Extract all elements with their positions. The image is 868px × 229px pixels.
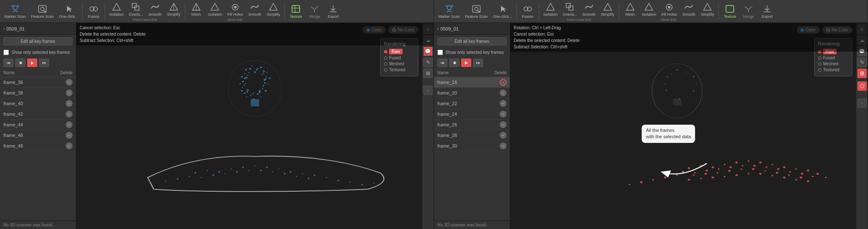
- svg-point-45: [262, 88, 263, 89]
- overlay-icon-left: [130, 2, 142, 12]
- frame-item-24[interactable]: frame_24 −: [434, 109, 510, 120]
- annotation-line1: All the frames: [646, 127, 691, 134]
- toolbar-oneclick-left[interactable]: One-click...: [56, 3, 81, 20]
- vp-tool-3-left[interactable]: 💬: [423, 47, 433, 56]
- toolbar-isolation-left[interactable]: Isolation: [107, 1, 126, 17]
- transport-prev-right[interactable]: ⏮: [437, 59, 448, 67]
- frame-item-46[interactable]: frame_46 −: [0, 130, 76, 141]
- toolbar-isolation2-left[interactable]: Isolation: [206, 1, 225, 17]
- frame-delete-22[interactable]: −: [500, 100, 506, 107]
- toolbar-isolation2-right[interactable]: Isolation: [640, 1, 659, 17]
- vp-tool-5-left[interactable]: ⊞: [423, 69, 433, 78]
- show-selected-checkbox-left[interactable]: [3, 50, 9, 55]
- toolbar-fillholes-left[interactable]: Fill Holes: [225, 1, 245, 17]
- toolbar-smooth-pc-left[interactable]: Smooth: [146, 1, 164, 17]
- frame-item-36[interactable]: frame_36 −: [0, 77, 76, 88]
- toolbar-marker-scan-right[interactable]: Marker Scan: [436, 3, 462, 20]
- toolbar-simplify-mesh-left[interactable]: Simplify: [264, 1, 283, 17]
- frame-delete-36[interactable]: −: [66, 79, 72, 86]
- frame-item-38[interactable]: frame_38 −: [0, 88, 76, 98]
- frame-delete-30[interactable]: −: [500, 142, 506, 149]
- selection-outline-left: [148, 156, 384, 191]
- frame-item-28[interactable]: frame_28 −: [434, 130, 510, 141]
- vp-collapse-right[interactable]: ‹: [857, 98, 867, 108]
- toolbar-fusion-right[interactable]: Fusion: [518, 3, 537, 20]
- svg-point-158: [652, 179, 654, 180]
- frame-item-26[interactable]: frame_26 −: [434, 120, 510, 130]
- vp-tool-6-right[interactable]: ⬡: [857, 81, 867, 91]
- toolbar-export-left[interactable]: Export: [324, 3, 342, 20]
- frame-item-44[interactable]: frame_44 −: [0, 120, 76, 130]
- frame-delete-20[interactable]: −: [500, 89, 506, 96]
- toolbar-fusion-left[interactable]: Fusion: [84, 3, 103, 20]
- vp-tool-5-right[interactable]: ⊞: [857, 69, 867, 78]
- show-selected-row-right: Show only selected key frames: [434, 48, 510, 57]
- frame-delete-18[interactable]: −: [500, 79, 506, 86]
- transport-stop-right[interactable]: ⏹: [449, 59, 459, 67]
- svg-point-101: [447, 6, 451, 10]
- svg-point-81: [302, 173, 303, 174]
- svg-point-165: [704, 173, 707, 174]
- edit-keyframes-btn-left[interactable]: Edit all key frames: [3, 37, 72, 45]
- transport-next-right[interactable]: ⏭: [473, 59, 483, 67]
- toolbar-feature-scan-right[interactable]: Feature Scan: [462, 3, 490, 20]
- transport-play-left[interactable]: ▶: [27, 59, 37, 67]
- toolbar-merge-right[interactable]: Merge: [739, 3, 758, 20]
- vp-collapse-left[interactable]: ‹: [423, 86, 433, 95]
- transport-stop-left[interactable]: ⏹: [15, 59, 25, 67]
- toolbar-oneclick-right[interactable]: One-click...: [490, 3, 515, 20]
- overlay-label-left: Overla...: [129, 12, 143, 17]
- hint-line-2-right: Delete the selected content: Delete: [514, 37, 864, 44]
- toolbar-overlay-right[interactable]: Overla...: [560, 1, 580, 17]
- toolbar-texture-left[interactable]: Texture: [287, 3, 305, 20]
- frame-item-42[interactable]: frame_42 −: [0, 109, 76, 120]
- toolbar-smooth-mesh-left[interactable]: Smooth: [245, 1, 264, 17]
- toolbar-mesh-left[interactable]: Mesh: [187, 1, 206, 17]
- vp-tool-4-right[interactable]: ✎: [857, 58, 867, 67]
- toolbar-simplify-pc-right[interactable]: Simplify: [598, 1, 617, 17]
- transport-play-right[interactable]: ▶: [461, 59, 471, 67]
- frame-delete-38[interactable]: −: [66, 89, 72, 96]
- viewport-left[interactable]: Cancel selection: Esc Delete the selecte…: [76, 23, 434, 229]
- frame-delete-48[interactable]: −: [66, 142, 72, 149]
- svg-point-161: [816, 173, 819, 174]
- toolbar-simplify-mesh-right[interactable]: Simplify: [698, 1, 717, 17]
- toolbar-feature-scan-left[interactable]: Feature Scan: [28, 3, 56, 20]
- svg-point-48: [244, 92, 246, 94]
- toolbar-mesh-right[interactable]: Mesh: [621, 1, 640, 17]
- frame-delete-42[interactable]: −: [66, 111, 72, 117]
- edit-keyframes-btn-right[interactable]: Edit all key frames: [437, 37, 506, 45]
- toolbar-merge-left[interactable]: Merge: [305, 3, 324, 20]
- transport-prev-left[interactable]: ⏮: [3, 59, 14, 67]
- svg-point-31: [267, 83, 269, 84]
- toolbar-smooth-mesh-right[interactable]: Smooth: [679, 1, 698, 17]
- svg-point-60: [244, 78, 246, 79]
- frame-delete-28[interactable]: −: [500, 132, 506, 139]
- frame-item-40[interactable]: frame_40 −: [0, 98, 76, 109]
- frame-delete-44[interactable]: −: [66, 121, 72, 128]
- toolbar-export-right[interactable]: Export: [758, 3, 776, 20]
- frame-delete-24[interactable]: −: [500, 111, 506, 117]
- toolbar-isolation-right[interactable]: Isolation: [541, 1, 560, 17]
- toolbar-texture-right[interactable]: Texture: [721, 3, 739, 20]
- frame-item-22[interactable]: frame_22 −: [434, 98, 510, 109]
- viewport-right[interactable]: Rotation: Ctrl + Left-Drag Cancel select…: [510, 23, 868, 229]
- toolbar-smooth-pc-right[interactable]: Smooth: [580, 1, 598, 17]
- frame-delete-26[interactable]: −: [500, 121, 506, 128]
- frame-item-48[interactable]: frame_48 −: [0, 141, 76, 151]
- toolbar-fillholes-right[interactable]: Fill Holes: [659, 1, 679, 17]
- frame-item-30[interactable]: frame_30 −: [434, 141, 510, 151]
- breadcrumb-arrow-left: ‹: [3, 26, 5, 31]
- vp-tool-4-left[interactable]: ✎: [423, 58, 433, 67]
- frame-delete-46[interactable]: −: [66, 132, 72, 139]
- transport-next-left[interactable]: ⏭: [39, 59, 49, 67]
- svg-point-137: [712, 166, 714, 168]
- toolbar-overlay-left[interactable]: Overla...: [126, 1, 146, 17]
- toolbar-marker-scan-left[interactable]: Marker Scan: [2, 3, 28, 20]
- frame-item-18[interactable]: frame_18 −: [434, 77, 510, 88]
- show-selected-checkbox-right[interactable]: [437, 50, 443, 55]
- frame-item-20[interactable]: frame_20 −: [434, 88, 510, 98]
- frame-delete-40[interactable]: −: [66, 100, 72, 107]
- toolbar-simplify-pc-left[interactable]: Simplify: [164, 1, 183, 17]
- svg-point-42: [263, 70, 264, 72]
